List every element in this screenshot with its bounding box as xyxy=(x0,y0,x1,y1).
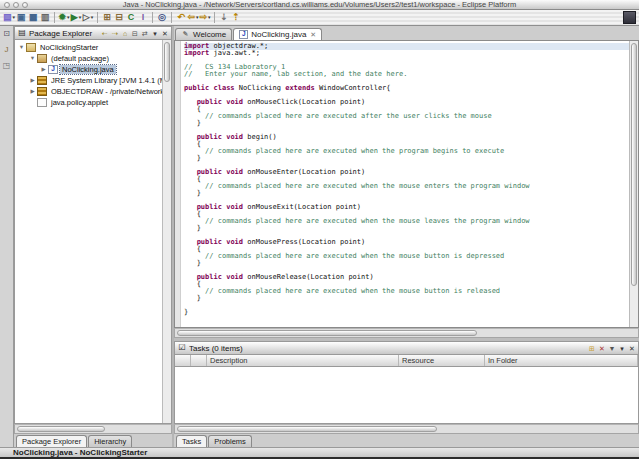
editor-tab-label: NoClicking.java xyxy=(251,30,306,39)
view-menu-icon[interactable]: ▾ xyxy=(618,345,626,352)
twistie-icon[interactable]: ▶ xyxy=(28,89,37,95)
code-line: // commands placed here are executed whe… xyxy=(184,253,629,260)
tasks-table-body[interactable] xyxy=(174,367,639,424)
new-class-icon[interactable]: C xyxy=(125,11,137,24)
collapse-all-icon[interactable]: ⊟ xyxy=(131,30,139,37)
project-icon xyxy=(26,43,36,52)
scroll-thumb[interactable] xyxy=(17,426,105,432)
run-icon[interactable]: ▶▾ xyxy=(70,11,82,24)
save-all-icon[interactable]: ▦ xyxy=(27,11,39,24)
column-header-resource[interactable]: Resource xyxy=(399,355,485,366)
link-with-editor-icon[interactable]: ⇄ xyxy=(141,30,149,37)
resource-perspective-icon[interactable]: ◳ xyxy=(1,60,12,71)
code-line: } xyxy=(184,120,629,127)
view-tab-package-explorer[interactable]: Package Explorer xyxy=(16,435,87,447)
left-view-tabs: Package ExplorerHierarchy xyxy=(14,434,172,447)
bottom-view-tabs: TasksProblems xyxy=(174,434,639,447)
toolbar-separator xyxy=(54,12,55,23)
twistie-icon[interactable]: ▶ xyxy=(39,67,48,73)
editor-hscrollbar[interactable] xyxy=(174,328,639,338)
tasks-column-headers: DescriptionResourceIn Folder xyxy=(174,355,639,367)
external-tools-icon[interactable]: ▷▾ xyxy=(82,11,94,24)
tree-item[interactable]: ▶JNoClicking.java xyxy=(15,64,162,75)
scroll-thumb[interactable] xyxy=(177,426,437,432)
zoom-window-button[interactable] xyxy=(22,2,28,8)
column-header-description[interactable]: Description xyxy=(207,355,399,366)
view-tab-tasks[interactable]: Tasks xyxy=(176,435,207,447)
view-tab-hierarchy[interactable]: Hierarchy xyxy=(88,435,132,447)
tree-item[interactable]: ▼NoClickingStarter xyxy=(15,42,162,53)
editor-tab-welcome[interactable]: ✎Welcome xyxy=(175,28,232,40)
view-tab-problems[interactable]: Problems xyxy=(208,435,252,447)
package-explorer-header[interactable]: ▤ Package Explorer ⇠⇢⌂⊟⇄▾✕ xyxy=(14,26,172,40)
scroll-thumb[interactable] xyxy=(164,42,170,82)
code-line xyxy=(184,302,629,309)
tree-item[interactable]: java.policy.applet xyxy=(15,97,162,108)
editor[interactable]: import objectdraw.*;import java.awt.*;//… xyxy=(174,40,639,328)
new-java-project-icon[interactable]: ⊞ xyxy=(101,11,113,24)
scroll-thumb[interactable] xyxy=(631,43,637,286)
tasks-toolbar: ⊞✕▼▾✕ xyxy=(588,345,636,352)
forward-icon[interactable]: ⇢ xyxy=(111,30,119,37)
twistie-icon[interactable]: ▶ xyxy=(28,78,37,84)
code-line: // commands placed here are executed aft… xyxy=(184,113,629,120)
close-icon[interactable]: ✕ xyxy=(310,31,316,39)
close-icon[interactable]: ✕ xyxy=(628,345,636,352)
filter-icon[interactable]: ▼ xyxy=(608,345,616,352)
next-annotation-icon[interactable]: ⇣ xyxy=(218,11,230,24)
toolbar-separator xyxy=(97,12,98,23)
open-perspective-icon[interactable]: ⊡ xyxy=(1,28,12,39)
back-icon[interactable]: ⇦▾ xyxy=(187,11,199,24)
search-icon[interactable]: ◎ xyxy=(156,11,168,24)
close-window-button[interactable] xyxy=(4,2,10,8)
package-explorer-view: ▤ Package Explorer ⇠⇢⌂⊟⇄▾✕ ▼NoClickingSt… xyxy=(14,26,174,447)
column-header-in-folder[interactable]: In Folder xyxy=(485,355,638,366)
code-line: } xyxy=(184,260,629,267)
code-line: } xyxy=(184,225,629,232)
view-menu-icon[interactable]: ▾ xyxy=(151,30,159,37)
minimize-window-button[interactable] xyxy=(13,2,19,8)
tree-item-label: NoClicking.java xyxy=(60,65,116,74)
column-header[interactable] xyxy=(191,355,207,366)
tree-item-label: JRE System Library [JVM 1.4.1 (MacO xyxy=(49,76,162,85)
jfile-icon: J xyxy=(239,30,248,39)
home-icon[interactable]: ⌂ xyxy=(121,30,129,37)
title-bar: Java - NoClicking.java - /Network/Server… xyxy=(0,0,639,10)
code-line: // commands placed here are executed whe… xyxy=(184,288,629,295)
scroll-thumb[interactable] xyxy=(177,330,477,336)
tasks-hscrollbar[interactable] xyxy=(174,424,639,434)
editor-vscrollbar[interactable] xyxy=(629,41,638,327)
package-explorer-hscrollbar[interactable] xyxy=(14,424,172,434)
last-edit-location-icon[interactable]: ↶ xyxy=(175,11,187,24)
new-wizard-icon[interactable]: ▤▾ xyxy=(3,11,15,24)
debug-icon[interactable]: ✹▾ xyxy=(58,11,70,24)
tree-item-label: (default package) xyxy=(49,54,111,63)
code-line: // commands placed here are executed whe… xyxy=(184,218,629,225)
forward-icon[interactable]: ⇨▾ xyxy=(199,11,211,24)
twistie-icon[interactable]: ▼ xyxy=(28,56,37,62)
code-line: } xyxy=(184,155,629,162)
save-icon[interactable]: ▣ xyxy=(15,11,27,24)
column-header[interactable] xyxy=(175,355,191,366)
new-interface-icon[interactable]: I xyxy=(137,11,149,24)
eclipse-window: Java - NoClicking.java - /Network/Server… xyxy=(0,0,639,459)
tasks-header[interactable]: ☑ Tasks (0 items) ⊞✕▼▾✕ xyxy=(174,341,639,355)
package-explorer-vscrollbar[interactable] xyxy=(162,40,171,423)
tree-item[interactable]: ▶OBJECTDRAW - /private/Network/Se xyxy=(15,86,162,97)
new-package-icon[interactable]: ⊟ xyxy=(113,11,125,24)
code-line: } xyxy=(184,309,629,316)
twistie-icon[interactable]: ▼ xyxy=(17,45,26,51)
java-perspective-icon[interactable]: J xyxy=(1,44,12,55)
code-area[interactable]: import objectdraw.*;import java.awt.*;//… xyxy=(181,41,629,327)
new-task-icon[interactable]: ⊞ xyxy=(588,345,596,352)
perspective-icon[interactable] xyxy=(623,11,636,24)
close-icon[interactable]: ✕ xyxy=(161,30,169,37)
delete-icon[interactable]: ✕ xyxy=(598,345,606,352)
tree-item[interactable]: ▶JRE System Library [JVM 1.4.1 (MacO xyxy=(15,75,162,86)
back-icon[interactable]: ⇠ xyxy=(101,30,109,37)
print-icon[interactable]: ▥ xyxy=(39,11,51,24)
previous-annotation-icon[interactable]: ⇡ xyxy=(230,11,242,24)
editor-tab-noclicking-java[interactable]: JNoClicking.java✕ xyxy=(233,28,322,40)
perspective-shortcut-bar: ⊡J◳ xyxy=(0,26,14,447)
tree-item[interactable]: ▼(default package) xyxy=(15,53,162,64)
